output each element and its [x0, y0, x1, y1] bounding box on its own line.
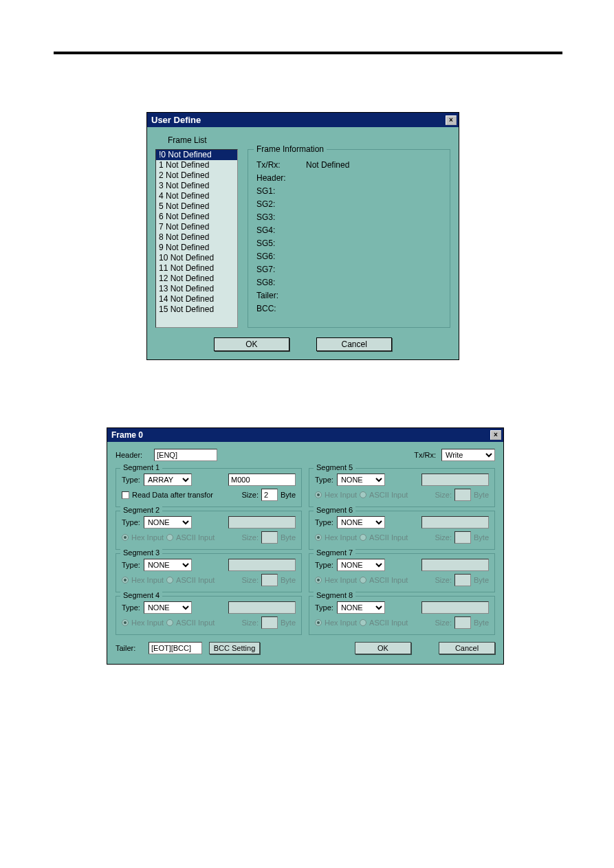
list-item[interactable]: 3 Not Defined: [156, 181, 237, 191]
segment-7: Segment 7 Type: NONE Hex Input ASCII Inp…: [309, 553, 495, 592]
segment-6: Segment 6 Type: NONE Hex Input ASCII Inp…: [309, 511, 495, 550]
type-label: Type:: [315, 518, 333, 526]
segment-field-input: [421, 474, 489, 486]
ascii-input-label: ASCII Input: [369, 533, 432, 542]
size-input[interactable]: [261, 489, 278, 501]
user-define-dialog: User Define × Frame List !0 Not Defined1…: [146, 112, 459, 360]
list-item[interactable]: 9 Not Defined: [156, 243, 237, 253]
dialog-title: Frame 0: [111, 430, 143, 440]
segment-title: Segment 8: [314, 591, 355, 599]
list-item[interactable]: 4 Not Defined: [156, 191, 237, 201]
sg-label: SG2:: [256, 199, 296, 209]
type-select[interactable]: NONE: [144, 559, 192, 571]
list-item[interactable]: 1 Not Defined: [156, 160, 237, 170]
hex-input-label: Hex Input: [325, 619, 357, 627]
ascii-input-radio: [360, 577, 366, 583]
close-icon[interactable]: ×: [446, 115, 457, 125]
type-select[interactable]: NONE: [144, 601, 192, 614]
list-item[interactable]: 2 Not Defined: [156, 170, 237, 181]
frame-0-dialog: Frame 0 × Header: Tx/Rx: Write Segment 1…: [107, 427, 504, 665]
ascii-input-radio: [360, 491, 366, 498]
hex-input-radio: [315, 619, 322, 626]
tailer-input[interactable]: [149, 642, 202, 654]
list-item[interactable]: 5 Not Defined: [156, 201, 237, 212]
segment-title: Segment 6: [314, 506, 355, 514]
type-select[interactable]: NONE: [337, 516, 385, 528]
ascii-input-radio: [360, 619, 366, 626]
dialog-title: User Define: [151, 115, 201, 125]
frame-list[interactable]: !0 Not Defined1 Not Defined2 Not Defined…: [155, 149, 238, 328]
sg-label: SG1:: [256, 186, 296, 196]
byte-label: Byte: [474, 619, 489, 627]
list-item[interactable]: 6 Not Defined: [156, 212, 237, 222]
list-item[interactable]: 13 Not Defined: [156, 284, 237, 294]
ascii-input-radio: [166, 577, 173, 583]
list-item[interactable]: 10 Not Defined: [156, 253, 237, 263]
txrx-value: Not Defined: [306, 160, 349, 170]
segment-3: Segment 3 Type: NONE Hex Input ASCII Inp…: [116, 553, 302, 592]
header-input[interactable]: [154, 449, 217, 461]
size-input: [454, 616, 471, 629]
ascii-input-label: ASCII Input: [369, 491, 432, 499]
segment-title: Segment 3: [120, 548, 162, 557]
byte-label: Byte: [281, 491, 296, 499]
type-label: Type:: [315, 603, 333, 612]
byte-label: Byte: [281, 576, 296, 584]
hex-input-radio: [122, 577, 129, 583]
ascii-input-radio: [166, 534, 173, 541]
segment-2: Segment 2 Type: NONE Hex Input ASCII Inp…: [116, 511, 302, 550]
sg-label: SG5:: [256, 238, 296, 248]
size-input: [454, 489, 471, 501]
size-label: Size:: [435, 576, 452, 584]
segment-field-input: [228, 516, 296, 528]
read-data-checkbox[interactable]: [122, 491, 129, 499]
sg-label: SG3:: [256, 212, 296, 222]
frame-info-legend: Frame Information: [254, 144, 327, 154]
type-label: Type:: [315, 561, 333, 569]
list-item[interactable]: !0 Not Defined: [156, 150, 237, 160]
list-item[interactable]: 7 Not Defined: [156, 222, 237, 232]
segment-field-input: [421, 601, 489, 614]
type-select[interactable]: NONE: [337, 559, 385, 571]
titlebar: User Define ×: [147, 113, 459, 127]
segment-title: Segment 1: [120, 463, 162, 471]
hex-input-label: Hex Input: [131, 533, 164, 542]
segment-field-input[interactable]: [228, 474, 296, 486]
type-label: Type:: [122, 518, 140, 526]
close-icon[interactable]: ×: [490, 430, 501, 440]
ascii-input-label: ASCII Input: [369, 576, 432, 584]
list-item[interactable]: 14 Not Defined: [156, 294, 237, 304]
sg-label: SG4:: [256, 225, 296, 235]
segment-field-input: [228, 601, 296, 614]
type-label: Type:: [122, 561, 140, 569]
list-item[interactable]: 15 Not Defined: [156, 304, 237, 315]
hex-input-radio: [122, 534, 129, 541]
list-item[interactable]: 11 Not Defined: [156, 263, 237, 274]
cancel-button[interactable]: Cancel: [439, 642, 495, 654]
size-label: Size:: [242, 491, 259, 499]
byte-label: Byte: [474, 533, 489, 542]
type-select[interactable]: ARRAY: [144, 474, 192, 486]
header-label: Header:: [116, 451, 149, 459]
byte-label: Byte: [281, 619, 296, 627]
type-select[interactable]: NONE: [337, 601, 385, 614]
divider: [54, 52, 562, 54]
list-item[interactable]: 12 Not Defined: [156, 274, 237, 284]
txrx-label: Tx/Rx:: [256, 160, 296, 170]
ascii-input-label: ASCII Input: [176, 576, 239, 584]
bcc-setting-button[interactable]: BCC Setting: [209, 642, 260, 654]
type-select[interactable]: NONE: [337, 474, 385, 486]
ok-button[interactable]: OK: [214, 337, 289, 351]
frame-information-group: Frame Information Tx/Rx: Not Defined Hea…: [248, 149, 450, 328]
segment-8: Segment 8 Type: NONE Hex Input ASCII Inp…: [309, 596, 495, 635]
titlebar: Frame 0 ×: [107, 428, 503, 442]
ok-button[interactable]: OK: [355, 642, 411, 654]
cancel-button[interactable]: Cancel: [316, 337, 392, 351]
list-item[interactable]: 8 Not Defined: [156, 232, 237, 243]
size-label: Size:: [242, 576, 259, 584]
segment-4: Segment 4 Type: NONE Hex Input ASCII Inp…: [116, 596, 302, 635]
type-label: Type:: [315, 476, 333, 484]
type-select[interactable]: NONE: [144, 516, 192, 528]
txrx-select[interactable]: Write: [441, 449, 495, 461]
hex-input-label: Hex Input: [325, 576, 357, 584]
